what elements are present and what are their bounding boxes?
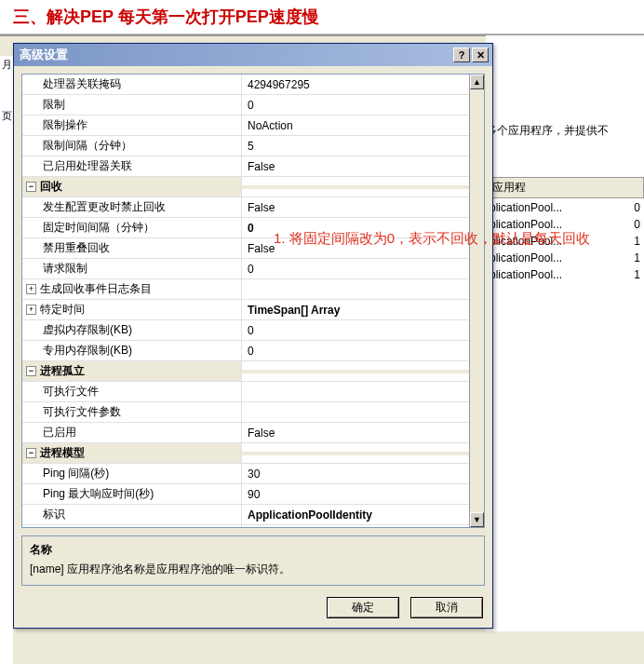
- property-row[interactable]: 标识ApplicationPoolIdentity: [22, 505, 484, 525]
- property-label: 发生配置更改时禁止回收: [22, 197, 242, 217]
- property-value[interactable]: TimeSpan[] Array: [242, 302, 484, 318]
- collapse-icon[interactable]: −: [26, 182, 36, 192]
- collapse-icon[interactable]: −: [26, 366, 36, 376]
- expand-icon[interactable]: +: [26, 284, 36, 294]
- description-title: 名称: [30, 542, 476, 558]
- property-value[interactable]: False: [242, 240, 484, 257]
- property-label: −进程孤立: [22, 361, 242, 381]
- property-row[interactable]: 可执行文件参数: [22, 402, 484, 423]
- property-label: 限制: [22, 95, 242, 115]
- property-value[interactable]: 0: [242, 97, 484, 114]
- property-grid: 处理器关联掩码4294967295限制0限制操作NoAction限制间隔（分钟）…: [21, 74, 485, 528]
- property-label: 限制间隔（分钟）: [22, 136, 242, 156]
- property-label: Ping 最大响应时间(秒): [22, 484, 242, 504]
- property-label: 禁用重叠回收: [22, 238, 242, 258]
- property-row[interactable]: 已启用False: [22, 423, 484, 443]
- property-value[interactable]: 0: [242, 322, 484, 339]
- property-row[interactable]: Ping 最大响应时间(秒)90: [22, 484, 484, 505]
- property-row[interactable]: 已启用处理器关联False: [22, 156, 484, 177]
- property-label: 请求限制: [22, 259, 242, 278]
- property-label: 已启用: [22, 423, 242, 442]
- property-row[interactable]: −回收: [22, 177, 484, 197]
- property-row[interactable]: 可执行文件: [22, 382, 484, 402]
- property-label: 虚拟内存限制(KB): [22, 320, 242, 340]
- property-value[interactable]: [242, 288, 484, 291]
- property-label: 关闭时间限制(秒): [22, 525, 242, 528]
- property-row[interactable]: +生成回收事件日志条目: [22, 279, 484, 300]
- bg-list-item[interactable]: plicationPool...1: [486, 266, 644, 283]
- property-row[interactable]: 禁用重叠回收False: [22, 238, 484, 259]
- property-row[interactable]: 限制间隔（分钟）5: [22, 136, 484, 156]
- property-label: Ping 间隔(秒): [22, 464, 242, 483]
- property-label: 固定时间间隔（分钟）: [22, 218, 242, 237]
- bg-list-item[interactable]: plicationPool...1: [486, 233, 644, 250]
- property-row[interactable]: −进程孤立: [22, 361, 484, 382]
- bg-list: plicationPool...0plicationPool...0plicat…: [486, 199, 644, 283]
- property-grid-body: 处理器关联掩码4294967295限制0限制操作NoAction限制间隔（分钟）…: [22, 75, 484, 528]
- dialog-titlebar[interactable]: 高级设置 ? ✕: [14, 44, 492, 66]
- property-value[interactable]: [242, 370, 484, 373]
- collapse-icon[interactable]: −: [26, 448, 36, 458]
- property-label: −进程模型: [22, 443, 242, 463]
- property-value[interactable]: [242, 411, 484, 414]
- property-value[interactable]: False: [242, 199, 484, 216]
- property-label: +生成回收事件日志条目: [22, 279, 242, 299]
- property-value[interactable]: 0: [242, 343, 484, 359]
- property-row[interactable]: 关闭时间限制(秒)90: [22, 525, 484, 528]
- property-row[interactable]: 限制操作NoAction: [22, 115, 484, 136]
- property-value[interactable]: 30: [242, 466, 484, 482]
- property-value[interactable]: ApplicationPoolIdentity: [242, 507, 484, 523]
- property-value[interactable]: [242, 452, 484, 455]
- property-row[interactable]: 处理器关联掩码4294967295: [22, 75, 484, 95]
- background-panel: 多个应用程序，并提供不 应用程 plicationPool...0plicati…: [486, 35, 644, 631]
- property-label: 处理器关联掩码: [22, 75, 242, 94]
- property-value[interactable]: [242, 185, 484, 189]
- left-gutter: 月 页: [0, 56, 13, 664]
- property-label: 可执行文件参数: [22, 402, 242, 422]
- bg-list-item[interactable]: plicationPool...0: [486, 216, 644, 233]
- property-label: 可执行文件: [22, 382, 242, 401]
- property-value[interactable]: 5: [242, 138, 484, 155]
- property-row[interactable]: Ping 间隔(秒)30: [22, 464, 484, 484]
- description-panel: 名称 [name] 应用程序池名称是应用程序池的唯一标识符。: [21, 535, 485, 586]
- property-label: 标识: [22, 505, 242, 524]
- property-label: −回收: [22, 177, 242, 196]
- property-row[interactable]: 请求限制0: [22, 259, 484, 279]
- bg-column-header[interactable]: 应用程: [486, 177, 644, 198]
- property-row[interactable]: 专用内存限制(KB)0: [22, 341, 484, 361]
- property-row[interactable]: +特定时间TimeSpan[] Array: [22, 300, 484, 320]
- property-value[interactable]: 90: [242, 527, 484, 529]
- cancel-button[interactable]: 取消: [410, 597, 483, 618]
- property-value[interactable]: NoAction: [242, 117, 484, 134]
- property-value[interactable]: False: [242, 425, 484, 441]
- property-row[interactable]: −进程模型: [22, 443, 484, 464]
- ok-button[interactable]: 确定: [327, 597, 399, 618]
- help-button[interactable]: ?: [453, 47, 470, 62]
- close-button[interactable]: ✕: [472, 47, 489, 62]
- property-value[interactable]: 0: [242, 220, 484, 237]
- dialog-title: 高级设置: [18, 47, 451, 63]
- property-row[interactable]: 限制0: [22, 95, 484, 115]
- property-value[interactable]: 0: [242, 261, 484, 278]
- bg-list-item[interactable]: plicationPool...0: [486, 199, 644, 216]
- property-label: +特定时间: [22, 300, 242, 319]
- description-body: [name] 应用程序池名称是应用程序池的唯一标识符。: [30, 562, 476, 577]
- property-value[interactable]: False: [242, 158, 484, 175]
- bg-list-item[interactable]: plicationPool...1: [486, 250, 644, 266]
- property-value[interactable]: 90: [242, 486, 484, 503]
- expand-icon[interactable]: +: [26, 305, 36, 315]
- property-label: 限制操作: [22, 115, 242, 135]
- scroll-up-icon[interactable]: ▲: [470, 75, 484, 89]
- bg-description: 多个应用程序，并提供不: [486, 123, 609, 139]
- scroll-down-icon[interactable]: ▼: [470, 512, 484, 527]
- property-row[interactable]: 虚拟内存限制(KB)0: [22, 320, 484, 341]
- property-value[interactable]: 4294967295: [242, 76, 484, 93]
- property-label: 已启用处理器关联: [22, 156, 242, 176]
- scrollbar[interactable]: ▲ ▼: [469, 75, 484, 527]
- page-heading: 三、解决PEP 每天第一次打开PEP速度慢: [0, 0, 644, 34]
- property-label: 专用内存限制(KB): [22, 341, 242, 360]
- property-value[interactable]: [242, 390, 484, 394]
- advanced-settings-dialog: 高级设置 ? ✕ 处理器关联掩码4294967295限制0限制操作NoActio…: [13, 43, 493, 629]
- property-row[interactable]: 发生配置更改时禁止回收False: [22, 197, 484, 218]
- property-row[interactable]: 固定时间间隔（分钟）0: [22, 218, 484, 238]
